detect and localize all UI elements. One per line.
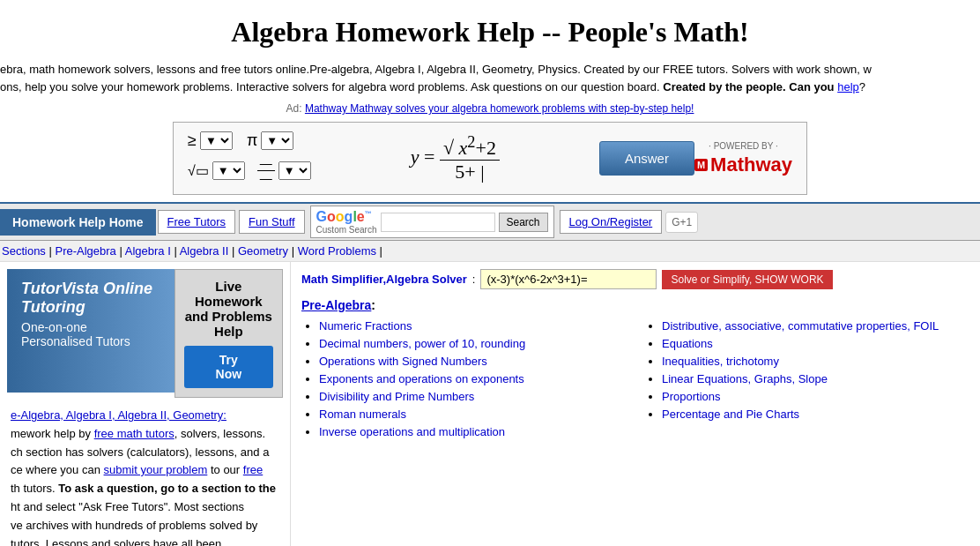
topic-link[interactable]: Operations with Signed Numbers <box>319 355 487 368</box>
live-hw-box: Live Homework and Problems Help Try Now <box>174 269 283 398</box>
control-row-1: ≥ ▼ π ▼ <box>188 131 311 150</box>
math-widget: ≥ ▼ π ▼ √▭ ▼ — — ▼ y = √ x2+2 5+ | Answe… <box>173 122 807 195</box>
list-item: Proportions <box>662 390 969 403</box>
list-item: Exponents and operations on exponents <box>319 372 627 385</box>
math-formula: y = √ x2+2 5+ | <box>329 133 582 183</box>
pi-symbol: π <box>247 131 257 150</box>
topic-link[interactable]: Numeric Fractions <box>319 319 412 333</box>
left-panel: TutorVista Online Tutoring One-on-one Pe… <box>0 262 291 546</box>
topic-link[interactable]: Inequalities, trichotomy <box>662 355 779 368</box>
topic-link[interactable]: Exponents and operations on exponents <box>319 372 524 385</box>
tutor-vista-subtitle: One-on-one Personalised Tutors <box>21 320 160 348</box>
topic-link[interactable]: Divisibility and Prime Numbers <box>319 390 474 403</box>
topics-columns: Numeric FractionsDecimal numbers, power … <box>301 319 969 443</box>
page-title: Algebra Homework Help -- People's Math! <box>0 0 980 57</box>
nav-bar: Homework Help Home Free Tutors Fun Stuff… <box>0 202 980 241</box>
solver-input[interactable] <box>480 269 657 289</box>
answer-button[interactable]: Answer <box>599 141 694 176</box>
nav-free-tutors[interactable]: Free Tutors <box>158 210 235 234</box>
solver-label: Math Simplifier,Algebra Solver <box>301 273 467 286</box>
symbol-select-1[interactable]: ▼ <box>200 131 233 150</box>
topic-link[interactable]: Percentage and Pie Charts <box>662 408 799 421</box>
list-item: Operations with Signed Numbers <box>319 355 627 368</box>
list-item: Linear Equations, Graphs, Slope <box>662 372 969 385</box>
login-button[interactable]: Log On/Register <box>560 210 663 234</box>
subjects-link[interactable]: e-Algebra, Algebra I, Algebra II, Geomet… <box>11 408 226 422</box>
pre-algebra-link[interactable]: Pre-Algebra <box>301 298 371 312</box>
pre-algebra-heading: Pre-Algebra: <box>301 298 969 312</box>
list-item: Inverse operations and multiplication <box>319 425 627 438</box>
submit-link[interactable]: submit your problem <box>104 463 208 476</box>
topic-link[interactable]: Roman numerals <box>319 408 406 421</box>
breadcrumb-algebra1[interactable]: Algebra I <box>125 244 171 258</box>
breadcrumb-algebra2[interactable]: Algebra II <box>180 244 229 258</box>
g1-button[interactable]: G+1 <box>665 212 698 233</box>
list-item: Equations <box>662 337 969 350</box>
solver-row: Math Simplifier,Algebra Solver : Solve o… <box>301 269 969 289</box>
gte-symbol: ≥ <box>188 131 197 150</box>
breadcrumb-geometry[interactable]: Geometry <box>238 244 288 258</box>
list-item: Decimal numbers, power of 10, rounding <box>319 337 627 350</box>
list-item: Divisibility and Prime Numbers <box>319 390 627 403</box>
main-content: TutorVista Online Tutoring One-on-one Pe… <box>0 262 980 546</box>
list-item: Numeric Fractions <box>319 319 627 333</box>
try-now-button[interactable]: Try Now <box>184 346 273 388</box>
left-text-content: e-Algebra, Algebra I, Algebra II, Geomet… <box>7 401 283 546</box>
topic-link[interactable]: Proportions <box>662 390 720 403</box>
list-item: Distributive, associative, commutative p… <box>662 319 969 333</box>
math-controls: ≥ ▼ π ▼ √▭ ▼ — — ▼ <box>188 131 311 185</box>
ad-top-row: TutorVista Online Tutoring One-on-one Pe… <box>7 269 283 398</box>
tutor-vista-box: TutorVista Online Tutoring One-on-one Pe… <box>7 269 174 393</box>
list-item: Roman numerals <box>319 408 627 421</box>
ad-line: Ad: Mathway Mathway solves your algebra … <box>0 102 980 115</box>
search-button[interactable]: Search <box>499 213 548 232</box>
google-search-area: Google™ Custom Search Search <box>310 206 554 238</box>
symbol-select-4[interactable]: ▼ <box>278 161 311 180</box>
tutor-vista-title: TutorVista Online Tutoring <box>21 280 160 317</box>
list-item: Percentage and Pie Charts <box>662 408 969 421</box>
help-link[interactable]: help <box>837 80 859 93</box>
list-item: Inequalities, trichotomy <box>662 355 969 368</box>
solver-button[interactable]: Solve or Simplify, SHOW WORK <box>662 270 832 289</box>
right-panel: Math Simplifier,Algebra Solver : Solve o… <box>291 262 980 546</box>
right-topics-col: Distributive, associative, commutative p… <box>644 319 969 443</box>
right-topics-list: Distributive, associative, commutative p… <box>644 319 969 421</box>
topic-link[interactable]: Inverse operations and multiplication <box>319 425 505 438</box>
breadcrumb-pre-algebra[interactable]: Pre-Algebra <box>55 244 115 258</box>
sqrt-symbol: √▭ <box>188 162 209 179</box>
live-hw-title: Live Homework and Problems Help <box>184 279 273 339</box>
mathway-m-icon: M <box>694 159 708 171</box>
symbol-select-3[interactable]: ▼ <box>212 161 245 180</box>
free-math-link[interactable]: free math tutors <box>94 427 174 440</box>
search-input[interactable] <box>381 213 495 232</box>
google-logo: Google™ Custom Search <box>316 209 377 235</box>
control-row-2: √▭ ▼ — — ▼ <box>188 155 311 185</box>
topic-link[interactable]: Decimal numbers, power of 10, rounding <box>319 337 525 350</box>
mathway-logo: · POWERED BY · M Mathway <box>694 141 792 176</box>
breadcrumb-word-problems[interactable]: Word Problems <box>298 244 376 258</box>
nav-fun-stuff[interactable]: Fun Stuff <box>239 210 305 234</box>
mathway-ad-link[interactable]: Mathway Mathway solves your algebra home… <box>305 102 694 115</box>
nav-home-button[interactable]: Homework Help Home <box>0 209 156 236</box>
description-text: ebra, math homework solvers, lessons and… <box>0 57 980 99</box>
symbol-select-2[interactable]: ▼ <box>261 131 293 150</box>
left-topics-col: Numeric FractionsDecimal numbers, power … <box>301 319 627 443</box>
topic-link[interactable]: Linear Equations, Graphs, Slope <box>662 372 828 385</box>
left-topics-list: Numeric FractionsDecimal numbers, power … <box>301 319 627 438</box>
topic-link[interactable]: Distributive, associative, commutative p… <box>662 319 939 333</box>
breadcrumb-bar: Sections | Pre-Algebra | Algebra I | Alg… <box>0 241 980 262</box>
frac-symbol: — — <box>257 155 275 185</box>
topic-link[interactable]: Equations <box>662 337 713 350</box>
breadcrumb-sections[interactable]: Sections <box>2 244 46 258</box>
free-link[interactable]: free <box>243 463 263 476</box>
